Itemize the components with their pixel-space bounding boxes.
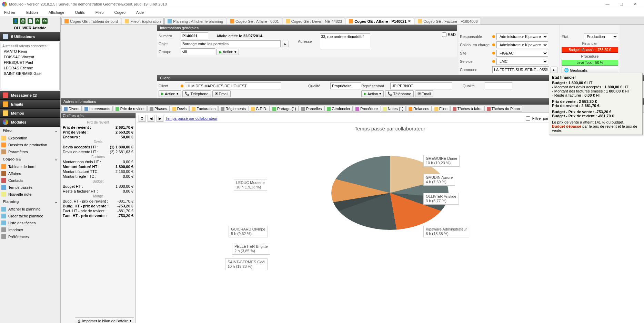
user-item[interactable]: SAINT-GERMES Gaël [2, 71, 58, 76]
section-fileo[interactable]: Fileo⌄ [0, 127, 60, 135]
chart-link[interactable]: Temps passé par collaborateur [165, 116, 217, 120]
at-icon[interactable]: @ [20, 18, 26, 24]
subtab[interactable]: Facturation [189, 106, 218, 112]
tab[interactable]: Cogeo GE : Tableau de bord [61, 18, 121, 25]
nav-afficher-planning[interactable]: Afficher le planning [0, 206, 60, 213]
subtab[interactable]: Tâches à faire [450, 106, 484, 112]
menu-fileo[interactable]: Fileo [93, 9, 106, 16]
commune-go-button[interactable]: ▸ [551, 67, 557, 73]
users-header[interactable]: 6 Utilisateurs [0, 32, 60, 41]
tab[interactable]: Cogeo GE : Affaire - 0001 [227, 18, 282, 25]
section-cogeo[interactable]: Cogeo GE⌄ [0, 155, 60, 163]
memos-header[interactable]: Mémos [0, 109, 60, 118]
client-input[interactable] [185, 82, 281, 89]
filter-date-checkbox[interactable] [526, 116, 530, 121]
close-button[interactable]: ✕ [628, 1, 642, 7]
note-icon [1, 192, 6, 197]
nav-parametres[interactable]: Paramètres [0, 148, 60, 155]
close-tab-icon[interactable]: ✕ [408, 19, 411, 23]
subtab[interactable]: Géofoncier [324, 106, 353, 112]
print-bilan-button[interactable]: 🖨Imprimer le bilan de l'affaire ▾ [75, 317, 134, 323]
nav-liste-taches[interactable]: Liste des tâches [0, 219, 60, 226]
menu-fichier[interactable]: Fichier [2, 9, 18, 16]
menu-aide[interactable]: Aide [134, 9, 146, 16]
nav-note[interactable]: Nouvelle note [0, 191, 60, 198]
subtab[interactable]: Notes (1) [381, 106, 406, 112]
email-button[interactable]: ✉Email [415, 90, 434, 97]
modules-header[interactable]: Modules [0, 118, 60, 127]
commune-input[interactable] [492, 66, 549, 73]
menu-edition[interactable]: Edition [24, 9, 40, 16]
messagerie-header[interactable]: Messagerie (1) [0, 91, 60, 100]
maximize-button[interactable]: ▢ [614, 1, 628, 7]
action-button[interactable]: ▶Action ▾ [361, 90, 384, 97]
numero-input[interactable] [181, 32, 208, 39]
menu-outils[interactable]: Outils [73, 9, 87, 16]
tab[interactable]: Planning : Afficher le planning [164, 18, 226, 25]
objet-expand-button[interactable]: ▸ [282, 41, 289, 47]
minimize-button[interactable]: — [601, 1, 614, 7]
menu-affichage[interactable]: Affichage [47, 9, 67, 16]
map-icon[interactable]: 🗺 [42, 18, 48, 24]
service-select[interactable]: LMC [496, 58, 548, 65]
groupe-input[interactable] [181, 48, 215, 55]
telephone-button[interactable]: 📞Téléphone [182, 90, 211, 97]
email-button[interactable]: ✉Email [212, 90, 231, 97]
nav-imprimer[interactable]: Imprimer [0, 226, 60, 233]
nav-dossiers[interactable]: Dossiers de production [0, 141, 60, 148]
nav-preferences[interactable]: Préférences [0, 233, 60, 240]
nav-tableau-bord[interactable]: Tableau de bord [0, 163, 60, 170]
chart-config-button[interactable]: ⚙ [139, 115, 145, 122]
qualite2-input[interactable] [485, 82, 512, 89]
site-select[interactable]: FIGEAC [496, 50, 548, 57]
rd-checkbox[interactable] [442, 32, 446, 37]
user-item[interactable]: LEGRAS Etienne [2, 65, 58, 71]
subtab[interactable]: Prix de revient [113, 106, 147, 112]
subtab[interactable]: Procédure [353, 106, 380, 112]
nav-exploration[interactable]: Exploration [0, 135, 60, 141]
collab-select[interactable]: Administrateur Kipaware [496, 41, 548, 48]
user-item[interactable]: AMATO Rémi [2, 49, 58, 54]
action-button[interactable]: ▶Action ▾ [217, 49, 239, 55]
subtab[interactable]: Règlements [218, 106, 248, 112]
nav-creer-tache[interactable]: Créer tâche planifiée [0, 213, 60, 219]
emails-header[interactable]: Emails [0, 100, 60, 109]
chart-next-button[interactable]: ▶ [157, 115, 163, 122]
subtab[interactable]: Tâches du Plann [484, 106, 523, 112]
numero-label: Numéro [159, 34, 179, 38]
section-planning[interactable]: Planning⌄ [0, 198, 60, 206]
user-item[interactable]: FRESQUET Paul [2, 60, 58, 65]
user-icon[interactable]: 👤 [13, 18, 18, 24]
subtab[interactable]: Phases [147, 106, 170, 112]
objet-input[interactable] [181, 40, 281, 47]
subtab[interactable]: G.E.D. [249, 106, 270, 112]
qualite-input[interactable] [330, 82, 361, 89]
menu-cogeo[interactable]: Cogeo [112, 9, 128, 16]
subtab[interactable]: Relances [406, 106, 432, 112]
action-button[interactable]: ▶Action ▾ [159, 90, 181, 97]
user-item[interactable]: FOISSAC Vincent [2, 54, 58, 60]
representant-input[interactable] [390, 82, 452, 89]
subtab[interactable]: Devis [170, 106, 189, 112]
subtab[interactable]: Intervenants [82, 106, 113, 112]
tab-active[interactable]: Cogeo GE : Affaire - P140021 ✕ [346, 18, 414, 25]
nav-contacts[interactable]: Contacts [0, 177, 60, 184]
responsable-select[interactable]: Administrateur Kipaware [496, 33, 548, 40]
chiffre-row: Montant facturé HT :1 800,00 € [63, 164, 133, 169]
subtab[interactable]: Parcelles [299, 106, 324, 112]
adresse-input[interactable] [320, 33, 370, 49]
time-icon[interactable]: ⏱ [35, 18, 40, 24]
ged-icon [251, 107, 255, 111]
subtab[interactable]: Partage (1) [270, 106, 299, 112]
nav-affaires[interactable]: Affaires [0, 170, 60, 177]
subtab[interactable]: Divers [61, 106, 82, 112]
tab[interactable]: Fileo : Exploration [122, 18, 164, 25]
chart-prev-button[interactable]: ◀ [148, 115, 154, 122]
subtab[interactable]: Fileo [432, 106, 450, 112]
tab[interactable]: Cogeo GE : Facture - F1804006 [415, 18, 481, 25]
note-icon[interactable]: 📄 [28, 18, 33, 24]
etat-select[interactable]: Production [584, 33, 618, 40]
tab[interactable]: Cogeo GE : Devis - NE-44823 [283, 18, 345, 25]
nav-temps[interactable]: Temps passés [0, 184, 60, 191]
telephone-button[interactable]: 📞Téléphone [385, 90, 414, 97]
